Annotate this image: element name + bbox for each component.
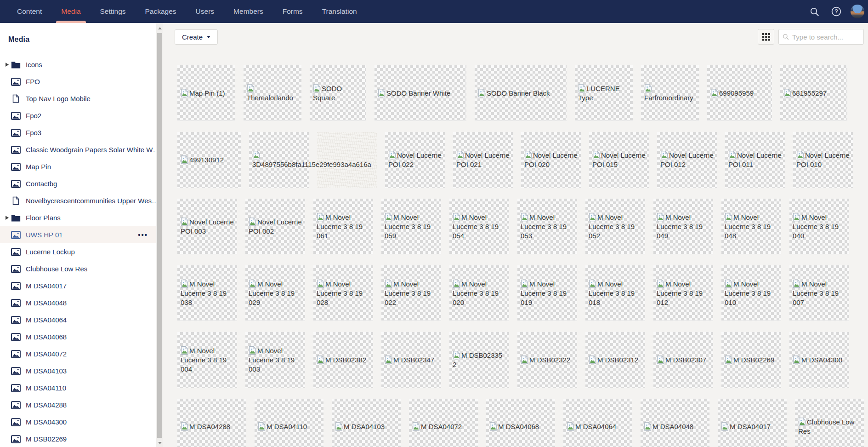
media-tile-m-dsb02335-2[interactable]: M DSB02335 2 [449, 332, 509, 388]
media-tile-m-novel-lucerne-3-8-19-053[interactable]: M Novel Lucerne 3 8 19 053 [517, 199, 577, 254]
media-tile-m-novel-lucerne-3-8-19-054[interactable]: M Novel Lucerne 3 8 19 054 [449, 199, 509, 254]
sidebar-item-fpo[interactable]: FPO [0, 73, 156, 90]
media-tile-499130912[interactable]: 499130912 [177, 132, 241, 188]
sidebar-item-m-dsa04017[interactable]: M DSA04017 [0, 277, 156, 294]
expand-caret[interactable] [4, 63, 11, 67]
sidebar-item-map-pin[interactable]: Map Pin [0, 158, 156, 175]
media-tile-novel-lucerne-poi-022[interactable]: Novel Lucerne POI 022 [385, 132, 445, 188]
sidebar-item-clubhouse-low-res[interactable]: Clubhouse Low Res [0, 260, 156, 277]
sidebar-item-m-dsa04110[interactable]: M DSA04110 [0, 379, 156, 396]
sidebar-item-m-dsa04048[interactable]: M DSA04048 [0, 294, 156, 311]
media-tile-m-novel-lucerne-3-8-19-059[interactable]: M Novel Lucerne 3 8 19 059 [381, 199, 441, 254]
media-tile-m-dsa04103[interactable]: M DSA04103 [332, 399, 401, 447]
sidebar-item-lucerne-lockup[interactable]: Lucerne Lockup [0, 243, 156, 260]
scrollbar-thumb[interactable] [157, 33, 162, 438]
nav-item-members[interactable]: Members [224, 0, 273, 23]
sidebar-item-contactbg[interactable]: Contactbg [0, 175, 156, 192]
media-tile-m-novel-lucerne-3-8-19-029[interactable]: M Novel Lucerne 3 8 19 029 [245, 265, 305, 321]
grid-view-toggle-button[interactable] [758, 29, 774, 45]
media-tile-novel-lucerne-poi-015[interactable]: Novel Lucerne POI 015 [589, 132, 649, 188]
sidebar-item-m-dsa04300[interactable]: M DSA04300 [0, 413, 156, 430]
media-tile-lucerne-type[interactable]: LUCERNE Type [575, 65, 633, 121]
media-tile-m-dsa04072[interactable]: M DSA04072 [409, 399, 478, 447]
sidebar-item-novelbycrescentcommunities-upper-wes[interactable]: Novelbycrescentcommunities Upper Wes… [0, 192, 156, 209]
media-tile-therealorlando[interactable]: Therealorlando [244, 65, 301, 121]
media-tile-paper-texture-image[interactable] [317, 132, 377, 188]
media-tile-m-novel-lucerne-3-8-19-040[interactable]: M Novel Lucerne 3 8 19 040 [789, 199, 849, 254]
media-tile-m-dsb02269[interactable]: M DSB02269 [721, 332, 781, 388]
media-tile-m-novel-lucerne-3-8-19-012[interactable]: M Novel Lucerne 3 8 19 012 [653, 265, 713, 321]
media-tile-m-novel-lucerne-3-8-19-022[interactable]: M Novel Lucerne 3 8 19 022 [381, 265, 441, 321]
sidebar-item-m-dsa04288[interactable]: M DSA04288 [0, 396, 156, 413]
media-tile-m-novel-lucerne-3-8-19-061[interactable]: M Novel Lucerne 3 8 19 061 [313, 199, 373, 254]
nav-item-settings[interactable]: Settings [91, 0, 136, 23]
media-tile-m-dsa04017[interactable]: M DSA04017 [718, 399, 787, 447]
media-tile-novel-lucerne-poi-011[interactable]: Novel Lucerne POI 011 [725, 132, 785, 188]
media-tile-m-dsa04288[interactable]: M DSA04288 [177, 399, 246, 447]
media-tile-m-dsa04110[interactable]: M DSA04110 [255, 399, 323, 447]
media-tile-novel-lucerne-poi-010[interactable]: Novel Lucerne POI 010 [793, 132, 853, 188]
sidebar-item-m-dsa04064[interactable]: M DSA04064 [0, 311, 156, 328]
nav-item-content[interactable]: Content [7, 0, 51, 23]
media-tile-3d4897556b8fa1115e29fe993a4a616a[interactable]: 3D4897556b8fa1115e29fe993a4a616a [249, 132, 309, 188]
media-tile-m-novel-lucerne-3-8-19-007[interactable]: M Novel Lucerne 3 8 19 007 [789, 265, 849, 321]
media-tile-m-dsb02347[interactable]: M DSB02347 [381, 332, 441, 388]
media-tile-novel-lucerne-poi-003[interactable]: Novel Lucerne POI 003 [177, 199, 237, 254]
sidebar-item-m-dsa04103[interactable]: M DSA04103 [0, 362, 156, 379]
nav-item-translation[interactable]: Translation [312, 0, 367, 23]
sidebar-item-uws-hp-01[interactable]: UWS HP 01••• [0, 226, 156, 243]
nav-item-packages[interactable]: Packages [136, 0, 186, 23]
media-tile-699095959[interactable]: 699095959 [707, 65, 772, 121]
sidebar-item-fpo3[interactable]: Fpo3 [0, 124, 156, 141]
media-tile-novel-lucerne-poi-002[interactable]: Novel Lucerne POI 002 [245, 199, 305, 254]
item-actions-button[interactable]: ••• [138, 231, 148, 239]
create-button[interactable]: Create [175, 29, 218, 45]
sidebar-item-fpo2[interactable]: Fpo2 [0, 107, 156, 124]
media-tile-m-novel-lucerne-3-8-19-010[interactable]: M Novel Lucerne 3 8 19 010 [721, 265, 781, 321]
media-tile-novel-lucerne-poi-021[interactable]: Novel Lucerne POI 021 [453, 132, 513, 188]
media-tile-681955297[interactable]: 681955297 [780, 65, 847, 121]
media-tile-m-novel-lucerne-3-8-19-020[interactable]: M Novel Lucerne 3 8 19 020 [449, 265, 509, 321]
media-tile-m-novel-lucerne-3-8-19-003[interactable]: M Novel Lucerne 3 8 19 003 [245, 332, 305, 388]
nav-item-media[interactable]: Media [51, 0, 90, 23]
media-tile-farfromordinary[interactable]: Farfromordinary [641, 65, 699, 121]
sidebar-item-m-dsa04072[interactable]: M DSA04072 [0, 345, 156, 362]
media-tile-novel-lucerne-poi-012[interactable]: Novel Lucerne POI 012 [657, 132, 717, 188]
sidebar-item-m-dsa04068[interactable]: M DSA04068 [0, 328, 156, 345]
nav-item-forms[interactable]: Forms [273, 0, 312, 23]
media-tile-m-novel-lucerne-3-8-19-019[interactable]: M Novel Lucerne 3 8 19 019 [517, 265, 577, 321]
sidebar-item-top-nav-logo-mobile[interactable]: Top Nav Logo Mobile [0, 90, 156, 107]
media-tile-m-dsb02322[interactable]: M DSB02322 [517, 332, 577, 388]
media-tile-m-novel-lucerne-3-8-19-038[interactable]: M Novel Lucerne 3 8 19 038 [177, 265, 237, 321]
global-search-button[interactable] [806, 4, 822, 19]
media-tile-sodo-banner-white[interactable]: SODO Banner White [374, 65, 466, 121]
media-tile-m-novel-lucerne-3-8-19-049[interactable]: M Novel Lucerne 3 8 19 049 [653, 199, 713, 254]
media-tile-m-dsb02307[interactable]: M DSB02307 [653, 332, 713, 388]
media-search-input[interactable] [792, 33, 860, 41]
media-tile-m-dsa04068[interactable]: M DSA04068 [486, 399, 555, 447]
expand-caret[interactable] [4, 216, 11, 220]
scroll-up-arrow[interactable] [156, 25, 163, 31]
media-tile-m-novel-lucerne-3-8-19-052[interactable]: M Novel Lucerne 3 8 19 052 [585, 199, 645, 254]
media-tile-m-novel-lucerne-3-8-19-028[interactable]: M Novel Lucerne 3 8 19 028 [313, 265, 373, 321]
media-tile-clubhouse-low-res[interactable]: Clubhouse Low Res [795, 399, 864, 447]
scroll-down-arrow[interactable] [156, 440, 163, 446]
media-tile-m-novel-lucerne-3-8-19-048[interactable]: M Novel Lucerne 3 8 19 048 [721, 199, 781, 254]
user-avatar[interactable] [851, 5, 864, 18]
media-tile-m-novel-lucerne-3-8-19-004[interactable]: M Novel Lucerne 3 8 19 004 [177, 332, 237, 388]
sidebar-item-floor-plans[interactable]: Floor Plans [0, 209, 156, 226]
media-tile-m-dsa04300[interactable]: M DSA04300 [789, 332, 849, 388]
media-tile-m-dsb02312[interactable]: M DSB02312 [585, 332, 645, 388]
media-tile-m-dsa04048[interactable]: M DSA04048 [641, 399, 709, 447]
media-tile-map-pin-1[interactable]: Map Pin (1) [177, 65, 235, 121]
sidebar-item-icons[interactable]: Icons [0, 56, 156, 73]
nav-item-users[interactable]: Users [186, 0, 224, 23]
media-tile-m-dsb02382[interactable]: M DSB02382 [313, 332, 373, 388]
sidebar-item-m-dsb02269[interactable]: M DSB02269 [0, 430, 156, 447]
media-tile-m-dsa04064[interactable]: M DSA04064 [563, 399, 632, 447]
help-button[interactable]: ? [828, 4, 844, 19]
media-tile-sodo-square[interactable]: SODO Square [310, 65, 366, 121]
media-tile-m-novel-lucerne-3-8-19-018[interactable]: M Novel Lucerne 3 8 19 018 [585, 265, 645, 321]
media-tile-novel-lucerne-poi-020[interactable]: Novel Lucerne POI 020 [521, 132, 581, 188]
media-tile-sodo-banner-black[interactable]: SODO Banner Black [475, 65, 567, 121]
